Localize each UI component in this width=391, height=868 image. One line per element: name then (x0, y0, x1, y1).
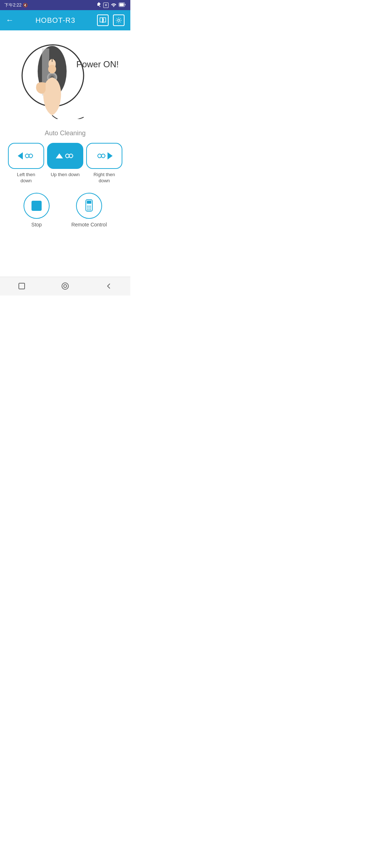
stop-container: Stop (24, 193, 50, 227)
svg-point-26 (90, 209, 91, 210)
svg-point-25 (88, 209, 89, 210)
svg-point-21 (87, 207, 88, 208)
left-btn-label: Left then down (17, 172, 35, 184)
svg-point-18 (87, 205, 88, 207)
content-area: Power ON! Auto Cleaning (0, 30, 130, 277)
svg-point-23 (90, 207, 91, 208)
svg-point-20 (90, 205, 91, 207)
right-btn-label: Right then down (93, 172, 115, 184)
status-bar: 下午2:22 🔇 ✕ (0, 0, 130, 10)
right-then-down-button[interactable] (86, 143, 122, 169)
hand-illustration-svg (13, 39, 85, 119)
svg-point-14 (48, 65, 56, 73)
x-badge-icon: ✕ (103, 3, 109, 8)
left-btn-icon (18, 152, 34, 160)
auto-cleaning-section: Auto Cleaning (6, 129, 125, 227)
wifi-icon (111, 3, 117, 8)
up-btn-label: Up then down (51, 172, 80, 178)
left-then-down-container: Left then down (8, 143, 44, 184)
svg-point-19 (88, 205, 89, 207)
stop-label: Stop (31, 222, 42, 227)
remote-label: Remote Control (71, 222, 107, 227)
nav-circle-icon (61, 282, 69, 290)
svg-rect-1 (119, 3, 124, 6)
svg-rect-28 (19, 283, 25, 289)
up-btn-icon (56, 152, 75, 160)
svg-point-30 (64, 285, 67, 288)
nav-square-icon (18, 282, 25, 290)
status-right: ✕ (97, 2, 126, 8)
svg-point-22 (88, 207, 89, 208)
stop-icon (31, 201, 42, 211)
svg-point-29 (62, 283, 68, 289)
left-then-down-button[interactable] (8, 143, 44, 169)
app-bar-icons: i (97, 14, 125, 26)
infinity-left-icon (24, 152, 34, 160)
direction-buttons-row: Left then down (6, 143, 125, 184)
battery-icon (119, 3, 126, 8)
remote-control-button[interactable] (76, 193, 102, 219)
nav-bar (0, 277, 130, 295)
phone-wrapper: 下午2:22 🔇 ✕ (0, 0, 130, 295)
up-arrow-icon (56, 153, 63, 158)
stop-button[interactable] (24, 193, 50, 219)
app-title: HOBOT-R3 (35, 16, 75, 25)
nav-home-button[interactable] (58, 279, 72, 293)
right-then-down-container: Right then down (86, 143, 122, 184)
infinity-up-icon (64, 152, 75, 160)
infinity-right-icon (96, 152, 107, 160)
right-btn-icon (96, 152, 113, 160)
right-arrow-icon (108, 152, 113, 159)
section-title: Auto Cleaning (45, 129, 85, 137)
svg-point-4 (118, 19, 120, 21)
nav-back-button[interactable] (101, 279, 116, 293)
app-bar: ← HOBOT-R3 i (0, 10, 130, 30)
nav-back-icon (105, 283, 112, 289)
mute-icon: 🔇 (23, 3, 28, 8)
bottom-buttons-row: Stop (24, 193, 107, 227)
status-time: 下午2:22 (4, 2, 21, 8)
up-then-down-button[interactable] (47, 143, 83, 169)
power-on-section: Power ON! Auto Cleaning (0, 30, 130, 277)
remote-container: Remote Control (71, 193, 107, 227)
manual-button[interactable]: i (97, 14, 109, 26)
up-then-down-container: Up then down (47, 143, 83, 184)
nav-square-button[interactable] (14, 279, 29, 293)
status-left: 下午2:22 🔇 (4, 2, 28, 8)
svg-point-24 (87, 209, 88, 210)
power-on-label: Power ON! (76, 59, 119, 69)
left-arrow-icon (18, 152, 23, 159)
remote-control-icon (84, 199, 94, 212)
back-button[interactable]: ← (6, 16, 14, 25)
bluetooth-icon (97, 2, 101, 8)
settings-button[interactable] (113, 14, 125, 26)
svg-rect-27 (87, 201, 91, 204)
power-on-illustration: Power ON! (6, 38, 125, 121)
